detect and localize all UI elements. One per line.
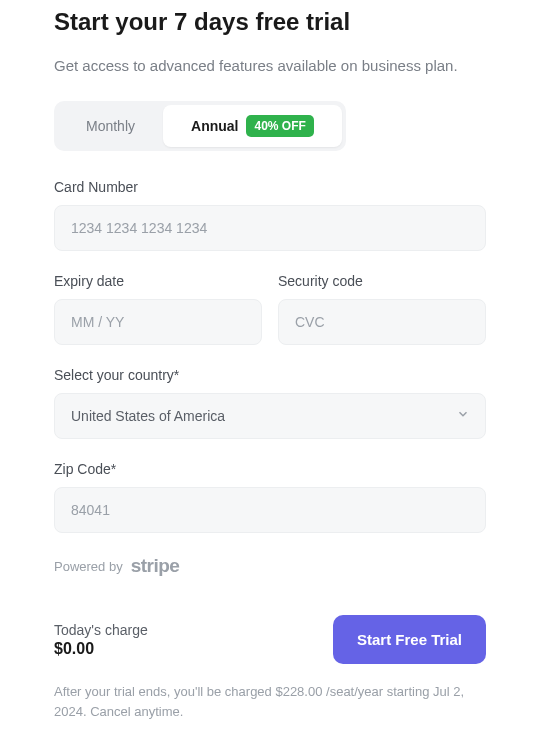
- start-trial-button[interactable]: Start Free Trial: [333, 615, 486, 664]
- powered-by-prefix: Powered by: [54, 559, 123, 574]
- powered-by: Powered by stripe: [54, 555, 486, 577]
- security-code-label: Security code: [278, 273, 486, 289]
- page-subtitle: Get access to advanced features availabl…: [54, 54, 486, 77]
- expiry-input[interactable]: [54, 299, 262, 345]
- billing-toggle: Monthly Annual 40% OFF: [54, 101, 346, 151]
- disclaimer-text: After your trial ends, you'll be charged…: [54, 682, 486, 722]
- card-number-input[interactable]: [54, 205, 486, 251]
- charge-summary: Today's charge $0.00: [54, 622, 148, 658]
- stripe-logo: stripe: [131, 555, 180, 577]
- toggle-annual[interactable]: Annual 40% OFF: [163, 105, 342, 147]
- toggle-monthly[interactable]: Monthly: [58, 105, 163, 147]
- zip-input[interactable]: [54, 487, 486, 533]
- charge-amount: $0.00: [54, 640, 148, 658]
- zip-label: Zip Code*: [54, 461, 486, 477]
- country-select[interactable]: United States of America: [54, 393, 486, 439]
- charge-label: Today's charge: [54, 622, 148, 638]
- toggle-monthly-label: Monthly: [86, 118, 135, 134]
- card-number-label: Card Number: [54, 179, 486, 195]
- page-title: Start your 7 days free trial: [54, 8, 486, 36]
- expiry-label: Expiry date: [54, 273, 262, 289]
- country-label: Select your country*: [54, 367, 486, 383]
- toggle-annual-label: Annual: [191, 118, 238, 134]
- discount-badge: 40% OFF: [246, 115, 313, 137]
- security-code-input[interactable]: [278, 299, 486, 345]
